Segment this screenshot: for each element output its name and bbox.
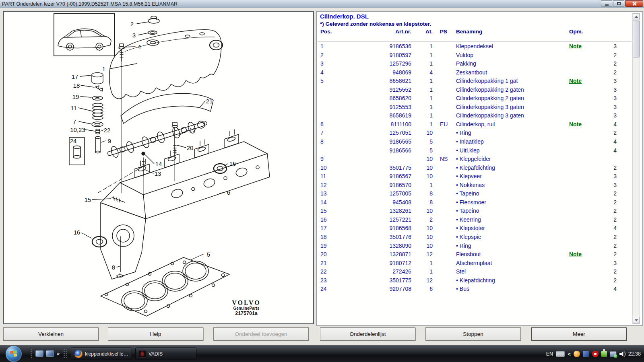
meer-button[interactable]: Meer — [531, 327, 627, 341]
cell-ps — [433, 111, 456, 120]
table-row[interactable]: 149454088• Flensmoer2 — [317, 198, 632, 207]
callout-8: 8 — [112, 264, 115, 271]
table-row[interactable]: 91865665• Uitl.klep4 — [317, 146, 632, 155]
table-row[interactable]: 91255531Cilinderkoppakking 3 gaten3 — [317, 103, 632, 112]
table-row[interactable]: 23350177512• Klepafdichting2 — [317, 276, 632, 285]
table-row[interactable]: 49480694Zeskantbout2 — [317, 68, 632, 77]
java-icon[interactable] — [574, 351, 580, 357]
taskbar-grip[interactable] — [66, 349, 67, 359]
note-link[interactable]: Note — [569, 121, 582, 128]
cell-artnr: 945408 — [341, 198, 411, 207]
help-button[interactable]: Help — [108, 327, 203, 341]
small-stud — [112, 197, 125, 202]
window-switcher-icon[interactable] — [46, 350, 54, 357]
opera-icon[interactable] — [592, 351, 599, 357]
table-row[interactable]: 86586191Cilinderkoppakking 3 gaten3 — [317, 111, 632, 120]
volume-icon[interactable] — [619, 352, 625, 357]
table-row[interactable]: 586586211Cilinderkoppakking 1 gatNote3 — [317, 77, 632, 86]
cell-pos: 18 — [317, 233, 341, 242]
callout-10-23: 10,23 — [70, 126, 85, 133]
language-indicator[interactable]: EN — [546, 351, 553, 357]
cam-seal-right — [214, 164, 227, 173]
minimize-button[interactable] — [601, 0, 612, 7]
car-thumbnail — [54, 13, 114, 56]
stoppen-button[interactable]: Stoppen — [425, 327, 521, 341]
tray-collapse-chevron[interactable]: < — [568, 351, 571, 357]
cell-opm: 2 — [605, 51, 632, 60]
table-row[interactable]: 18350177610• Klepspie2 — [317, 233, 632, 242]
cell-note — [568, 233, 605, 242]
table-row[interactable]: 191865361KleppendekselNote3 — [317, 42, 632, 51]
cell-note — [568, 68, 605, 77]
table-row[interactable]: 17918656810• Klepstoter4 — [317, 224, 632, 233]
table-row[interactable]: 891865655• Inlaatklep4 — [317, 138, 632, 146]
callout-2: 2 — [130, 21, 134, 27]
cell-note — [568, 146, 605, 155]
table-row[interactable]: 7125705110• Ring2 — [317, 129, 632, 138]
scroll-down-button[interactable] — [633, 317, 640, 324]
onderdelenlijst-button[interactable]: Onderdelenlijst — [320, 327, 415, 341]
cell-at: 1 — [411, 60, 433, 68]
table-row[interactable]: 91255521Cilinderkoppakking 2 gaten3 — [317, 86, 632, 95]
taskbar-grip[interactable] — [31, 349, 32, 359]
cell-pos: 4 — [317, 68, 341, 77]
keyboard-icon[interactable] — [556, 351, 565, 357]
note-link[interactable]: Note — [569, 78, 582, 84]
app-tray-icon[interactable] — [583, 351, 589, 357]
cell-note: Note — [568, 120, 605, 129]
table-row[interactable]: 15132826110• Tapeino2 — [317, 207, 632, 216]
table-row[interactable]: 10350177510• Klepafdichting2 — [317, 164, 632, 173]
taskbar-clock[interactable]: 22:38 — [628, 351, 641, 357]
table-row[interactable]: 11918656710• Klepveer3 — [317, 172, 632, 181]
quicklaunch-overflow-chevron[interactable]: » — [57, 350, 60, 356]
note-link[interactable]: Note — [569, 251, 582, 257]
vertical-scrollbar[interactable] — [632, 13, 640, 324]
table-row[interactable]: 291805971Vuldop2 — [317, 51, 632, 60]
show-desktop-icon[interactable] — [35, 350, 43, 357]
table-row[interactable]: 86586201Cilinderkoppakking 2 gaten3 — [317, 94, 632, 103]
network-icon[interactable] — [610, 351, 617, 357]
callout-13: 13 — [155, 170, 161, 177]
table-row[interactable]: 1312570058• Tapeino2 — [317, 189, 632, 198]
window-titlebar[interactable]: PART Onderdelen lezer V70 (-00),1999,D52… — [0, 0, 644, 8]
table-row[interactable]: 1291865701• Nokkenas3 — [317, 181, 632, 190]
col-header-pos: Pos. — [317, 29, 341, 35]
cell-opm: 2 — [605, 233, 632, 242]
scrollbar-thumb[interactable] — [633, 21, 640, 58]
start-button[interactable] — [6, 346, 22, 362]
table-row[interactable]: 1612572212• Keerring2 — [317, 216, 632, 224]
table-row[interactable]: 312572961Pakking2 — [317, 60, 632, 68]
table-row[interactable]: 222724261Stel2 — [317, 267, 632, 276]
verkleinen-button[interactable]: Verkleinen — [3, 327, 99, 341]
col-header-at: At. — [411, 29, 433, 35]
table-row[interactable]: 19132809010• Ring2 — [317, 242, 632, 251]
cell-opm: 2 — [605, 189, 632, 198]
table-row[interactable]: 2492077086• Bus4 — [317, 285, 632, 294]
scroll-up-button[interactable] — [633, 13, 640, 20]
cell-benaming: Vuldop — [456, 51, 568, 60]
close-button[interactable] — [625, 0, 643, 7]
onderdeel-toevoegen-button[interactable]: Onderdeel toevoegen — [213, 327, 309, 341]
table-row[interactable]: 681111001EUCilinderkop, ruilNote4 — [317, 120, 632, 129]
cell-artnr: 1328261 — [341, 207, 411, 216]
note-link[interactable]: Note — [569, 43, 582, 49]
valve-keys — [95, 86, 103, 91]
taskbar-grip[interactable] — [64, 349, 65, 359]
cell-ps — [433, 276, 456, 285]
table-header: Pos. Art.nr. At. PS Benaming Opm. — [317, 29, 627, 35]
cell-opm: 2 — [605, 164, 632, 173]
task-vadis[interactable]: VADIS — [135, 348, 196, 360]
cell-ps — [433, 68, 456, 77]
cell-at: 1 — [411, 103, 433, 112]
table-row[interactable]: 20132887112FlensboutNote2 — [317, 250, 632, 259]
taskbar: » kleppendekksel lekt ...VADIS EN < 22:3… — [0, 345, 644, 362]
table-row[interactable]: 2191807121Afschermplaat3 — [317, 259, 632, 268]
cell-at: 1 — [411, 77, 433, 86]
task-firefox[interactable]: kleppendekksel lekt ... — [71, 348, 132, 360]
cell-ps — [433, 207, 456, 216]
table-row[interactable]: 910NS• Klepgeleider — [317, 155, 632, 164]
power-plug-icon[interactable] — [601, 351, 607, 357]
cell-at: 10 — [411, 224, 433, 233]
callout-16: 16 — [229, 160, 236, 167]
maximize-button[interactable] — [613, 0, 624, 7]
